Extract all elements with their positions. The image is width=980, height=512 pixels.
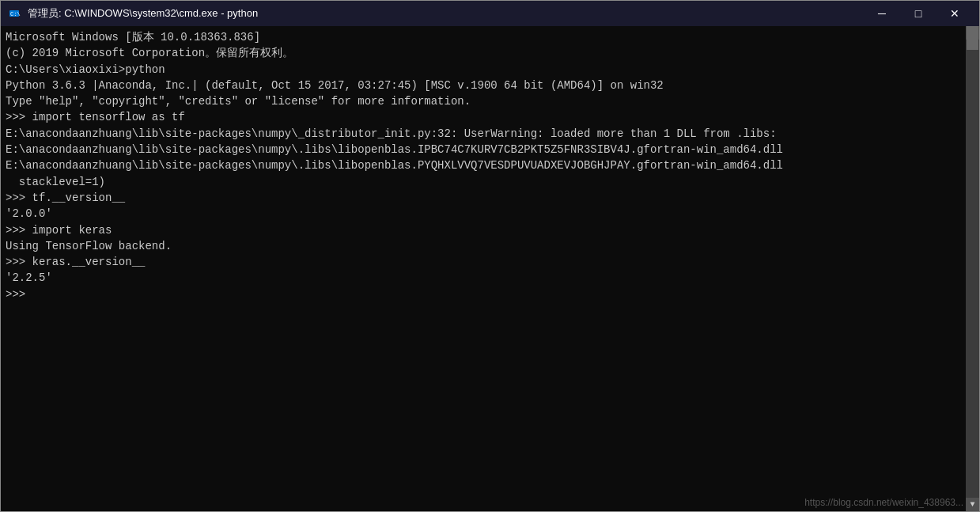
title-bar: C:\ 管理员: C:\WINDOWS\system32\cmd.exe - p… [1,1,979,26]
cmd-icon: C:\ [7,6,21,21]
watermark: https://blog.csdn.net/weixin_438963... [804,497,963,508]
console-output[interactable]: Microsoft Windows [版本 10.0.18363.836](c)… [1,26,966,511]
minimize-button[interactable]: ─ [864,1,900,26]
svg-text:C:\: C:\ [10,11,21,17]
console-area: Microsoft Windows [版本 10.0.18363.836](c)… [1,26,979,511]
window-title: 管理员: C:\WINDOWS\system32\cmd.exe - pytho… [28,6,864,21]
window-controls: ─ □ ✕ [864,1,973,26]
maximize-button[interactable]: □ [900,1,936,26]
scrollbar[interactable]: ▲ ▼ [966,26,979,511]
console-line: stacklevel=1) [6,174,961,190]
console-line: E:\anacondaanzhuang\lib\site-packages\nu… [6,142,961,157]
console-line: Using TensorFlow backend. [6,238,961,254]
console-line: Microsoft Windows [版本 10.0.18363.836] [6,29,961,45]
cmd-window: C:\ 管理员: C:\WINDOWS\system32\cmd.exe - p… [0,0,980,512]
close-button[interactable]: ✕ [936,1,973,26]
console-line: >>> import keras [6,222,961,238]
console-line: (c) 2019 Microsoft Corporation。保留所有权利。 [6,45,961,61]
console-line: Type "help", "copyright", "credits" or "… [6,93,961,109]
console-line: >>> import tensorflow as tf [6,109,961,125]
console-line: '2.2.5' [6,270,961,286]
scroll-down-button[interactable]: ▼ [966,498,979,511]
console-line: C:\Users\xiaoxixi>python [6,62,961,78]
console-line: E:\anacondaanzhuang\lib\site-packages\nu… [6,157,961,173]
console-line: >>> [6,286,961,302]
console-line: >>> tf.__version__ [6,190,961,206]
console-line: Python 3.6.3 |Anaconda, Inc.| (default, … [6,78,961,93]
console-line: >>> keras.__version__ [6,254,961,270]
console-line: E:\anacondaanzhuang\lib\site-packages\nu… [6,126,961,142]
console-line: '2.0.0' [6,206,961,222]
scroll-thumb[interactable] [967,26,978,50]
